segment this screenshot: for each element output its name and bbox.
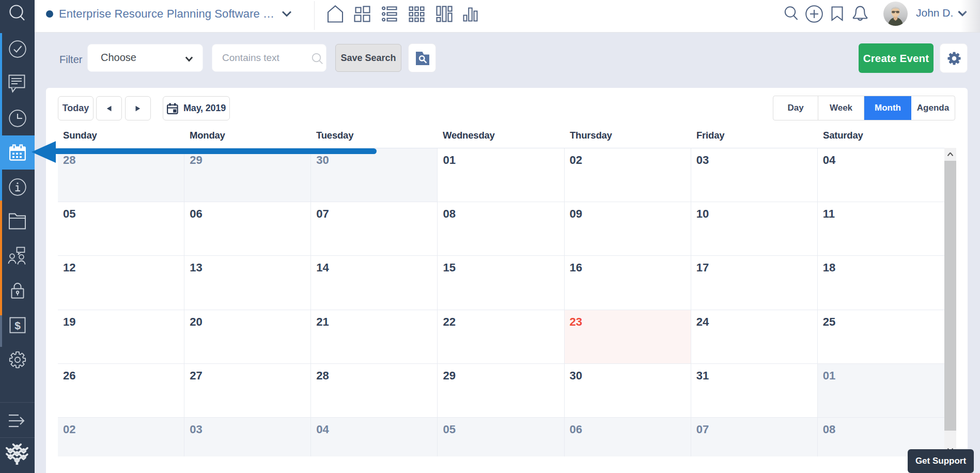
svg-text:$: $ xyxy=(14,319,21,331)
